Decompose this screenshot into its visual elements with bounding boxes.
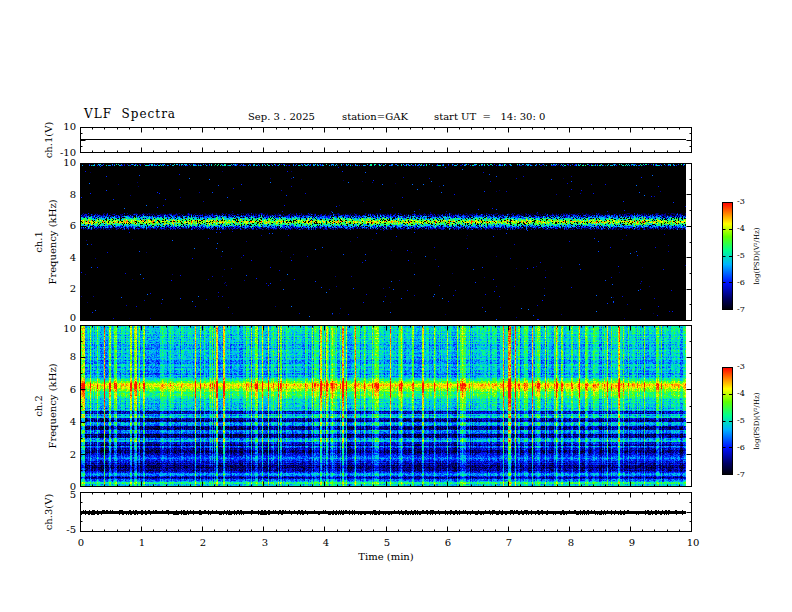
vlf-spectra-figure: VLF Spectra Sep. 3 . 2025 station=GAK st… (0, 0, 792, 612)
colorbar2-label: log(PSD)(V²/Hz) (753, 393, 761, 450)
plot-title: VLF Spectra (84, 108, 176, 120)
x-tick-label: 0 (70, 537, 92, 548)
y-tick-label: 10 (38, 323, 76, 335)
header-station: station=GAK (342, 111, 408, 123)
x-tick-label: 7 (498, 537, 520, 548)
spec2-channel-label: ch.2 (33, 395, 44, 417)
spec1-channel-label: ch.1 (33, 231, 44, 253)
ch1-spectrogram (80, 163, 692, 321)
x-tick-label: 8 (560, 537, 582, 548)
x-tick-label: 10 (682, 537, 704, 548)
x-tick-label: 6 (437, 537, 459, 548)
colorbar-tick-label: -7 (737, 470, 745, 480)
y-tick-label: 2 (38, 283, 76, 295)
colorbar-ch1 (722, 202, 733, 310)
ch3-voltage-panel (80, 492, 692, 532)
y-tick-label: 10 (38, 157, 76, 169)
ch2-spectrogram (80, 325, 692, 487)
colorbar-tick-label: -5 (737, 251, 745, 261)
colorbar-tick-label: -4 (737, 389, 745, 399)
colorbar-tick-label: -3 (737, 197, 745, 207)
colorbar-ch2 (722, 367, 733, 475)
ch1-voltage-panel (80, 127, 692, 153)
ch1v-axis-label: ch.1(V) (43, 122, 54, 159)
x-tick-label: 1 (131, 537, 153, 548)
colorbar1-label: log(PSD)(V²/Hz) (753, 228, 761, 285)
colorbar-tick-label: -5 (737, 416, 745, 426)
header-date: Sep. 3 . 2025 (248, 111, 315, 123)
x-tick-label: 3 (254, 537, 276, 548)
colorbar-tick-label: -4 (737, 224, 745, 234)
spec2-frequency-label: Frequency (kHz) (47, 363, 58, 448)
x-axis-title: Time (min) (336, 551, 436, 563)
y-tick-label: 2 (38, 449, 76, 461)
x-tick-label: 4 (315, 537, 337, 548)
colorbar-tick-label: -6 (737, 443, 745, 453)
colorbar-tick-label: -6 (737, 278, 745, 288)
y-tick-label: 8 (38, 351, 76, 363)
x-tick-label: 2 (192, 537, 214, 548)
header-start-ut: start UT = 14: 30: 0 (434, 111, 545, 123)
x-tick-label: 5 (376, 537, 398, 548)
colorbar-tick-label: -7 (737, 305, 745, 315)
spec1-frequency-label: Frequency (kHz) (47, 199, 58, 284)
colorbar-tick-label: -3 (737, 362, 745, 372)
ch3v-axis-label: ch.3(V) (43, 494, 54, 531)
x-tick-label: 9 (621, 537, 643, 548)
